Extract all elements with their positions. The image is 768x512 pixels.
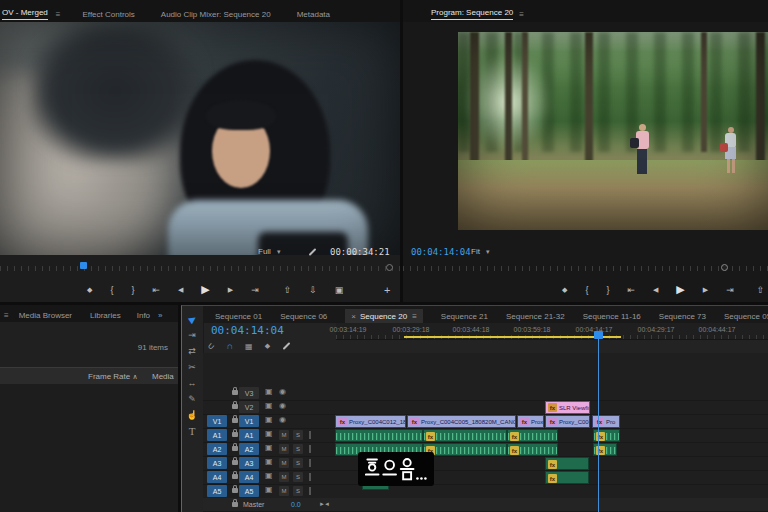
step-back-icon[interactable]: ◀ — [653, 286, 658, 294]
clip-a4[interactable]: fx — [545, 471, 589, 484]
mute-button[interactable]: M — [279, 430, 289, 440]
caption-overlay[interactable]: 흐으음... — [358, 452, 434, 486]
track-box-a2[interactable]: A2 — [239, 443, 259, 455]
fx-badge[interactable]: fx — [548, 460, 557, 469]
track-fader[interactable] — [309, 473, 311, 481]
close-icon[interactable]: × — [351, 312, 356, 321]
button-editor-plus[interactable]: + — [384, 284, 390, 296]
panel-menu-icon[interactable]: ≡ — [519, 10, 524, 19]
column-media[interactable]: Media — [152, 372, 174, 381]
timeline-settings-wrench-icon[interactable] — [283, 342, 291, 350]
mute-button[interactable]: M — [279, 486, 289, 496]
fx-badge[interactable]: fx — [548, 417, 557, 426]
eye-icon[interactable]: ◉ — [279, 387, 286, 396]
track-box-a5[interactable]: A5 — [239, 485, 259, 497]
step-forward-icon[interactable]: ▶ — [228, 286, 233, 294]
fx-badge[interactable]: fx — [548, 403, 557, 412]
lock-icon[interactable] — [232, 432, 238, 437]
razor-tool[interactable]: ✂ — [184, 360, 200, 373]
tab-sequence-01[interactable]: Sequence 01 — [215, 312, 262, 321]
playhead-head[interactable] — [594, 331, 603, 339]
tab-sequence-11-16[interactable]: Sequence 11-16 — [583, 312, 641, 321]
clip-v1[interactable]: fx Pro — [592, 415, 620, 428]
clip-v1[interactable]: fx Proxy_C004C005_180820M_CANON.M — [407, 415, 516, 428]
solo-button[interactable]: S — [293, 444, 303, 454]
tab-media-browser[interactable]: Media Browser — [19, 311, 72, 320]
track-box-v1[interactable]: V1 — [239, 415, 259, 427]
marker-icon[interactable]: ◆ — [265, 342, 270, 350]
tab-sequence-21-32[interactable]: Sequence 21-32 — [506, 312, 565, 321]
track-box-a3[interactable]: A3 — [239, 457, 259, 469]
clip-v1[interactable]: fx Proxy_C004C012_180 — [335, 415, 406, 428]
mark-out-icon[interactable]: } — [131, 285, 134, 295]
type-tool[interactable]: T — [184, 424, 200, 437]
lock-icon[interactable] — [232, 502, 238, 507]
eye-icon[interactable]: ◉ — [279, 401, 286, 410]
panel-menu-icon[interactable]: ≡ — [4, 311, 9, 320]
column-frame-rate[interactable]: Frame Rate ∧ — [88, 372, 138, 381]
eye-icon[interactable]: ◉ — [279, 415, 286, 424]
sync-lock-icon[interactable]: ▣ — [265, 443, 273, 452]
tab-effect-controls[interactable]: Effect Controls — [82, 10, 134, 19]
lock-icon[interactable] — [232, 446, 238, 451]
goto-in-icon[interactable]: ⇤ — [627, 285, 635, 295]
lock-icon[interactable] — [232, 460, 238, 465]
program-zoom-handle[interactable] — [721, 264, 728, 271]
solo-button[interactable]: S — [293, 472, 303, 482]
source-box-a4[interactable]: A4 — [207, 471, 227, 483]
sync-lock-icon[interactable]: ▣ — [265, 485, 273, 494]
lock-icon[interactable] — [232, 488, 238, 493]
add-marker-icon[interactable]: ◆ — [87, 286, 92, 294]
sync-lock-icon[interactable]: ▣ — [265, 387, 273, 396]
tab-sequence-21[interactable]: Sequence 21 — [441, 312, 488, 321]
source-zoom-select[interactable]: Full▾ — [258, 247, 280, 256]
add-marker-icon[interactable]: ◆ — [562, 286, 567, 294]
source-box-a2[interactable]: A2 — [207, 443, 227, 455]
tab-audio-clip-mixer[interactable]: Audio Clip Mixer: Sequence 20 — [161, 10, 271, 19]
solo-button[interactable]: S — [293, 458, 303, 468]
clip-a2[interactable]: fx — [593, 443, 617, 456]
goto-out-icon[interactable]: ⇥ — [726, 285, 734, 295]
sync-lock-icon[interactable]: ▣ — [265, 415, 273, 424]
track-fader[interactable] — [309, 487, 311, 495]
lift-icon[interactable]: ⇧ — [284, 285, 292, 295]
track-fader[interactable] — [309, 445, 311, 453]
tab-info[interactable]: Info — [137, 311, 150, 320]
play-button-icon[interactable]: ▶ — [676, 283, 684, 296]
panel-menu-icon[interactable]: ≡ — [56, 10, 61, 19]
sync-lock-icon[interactable]: ▣ — [265, 457, 273, 466]
track-fader[interactable] — [309, 459, 311, 467]
mark-in-icon[interactable]: { — [585, 285, 588, 295]
track-box-a1[interactable]: A1 — [239, 429, 259, 441]
timeline-playhead-timecode[interactable]: 00:04:14:04 — [211, 324, 284, 337]
sync-lock-icon[interactable]: ▣ — [265, 429, 273, 438]
tab-program[interactable]: Program: Sequence 20 — [431, 8, 513, 20]
master-level[interactable]: 0.0 — [291, 501, 301, 508]
nest-icon[interactable]: ▦ — [245, 342, 253, 351]
solo-button[interactable]: S — [293, 430, 303, 440]
project-list-area[interactable] — [0, 384, 178, 512]
fx-badge[interactable]: fx — [520, 417, 529, 426]
export-frame-icon[interactable]: ▣ — [335, 285, 344, 295]
fx-badge[interactable]: fx — [510, 432, 519, 441]
work-area-bar[interactable] — [404, 336, 621, 338]
tab-source-clip[interactable]: OV - Merged — [2, 8, 48, 20]
source-mini-ruler[interactable] — [0, 266, 400, 271]
tab-sequence-06[interactable]: Sequence 06 — [280, 312, 327, 321]
solo-button[interactable]: S — [293, 486, 303, 496]
fx-badge[interactable]: fx — [548, 474, 557, 483]
fx-badge[interactable]: fx — [410, 417, 419, 426]
track-fader[interactable] — [309, 431, 311, 439]
lock-icon[interactable] — [232, 404, 238, 409]
program-zoom-select[interactable]: Fit▾ — [471, 247, 489, 256]
tab-overflow-icon[interactable]: » — [158, 311, 162, 320]
mute-button[interactable]: M — [279, 458, 289, 468]
clip-v2[interactable]: fx SLR Viewfin — [545, 401, 590, 414]
track-box-v2[interactable]: V2 — [239, 401, 259, 413]
source-box-a1[interactable]: A1 — [207, 429, 227, 441]
hand-tool[interactable]: ☝ — [184, 408, 200, 421]
clip-a2[interactable]: fx — [423, 443, 507, 456]
tab-libraries[interactable]: Libraries — [90, 311, 121, 320]
tab-metadata[interactable]: Metadata — [297, 10, 330, 19]
collapse-tracks-icon[interactable]: ►◄ — [319, 501, 329, 507]
